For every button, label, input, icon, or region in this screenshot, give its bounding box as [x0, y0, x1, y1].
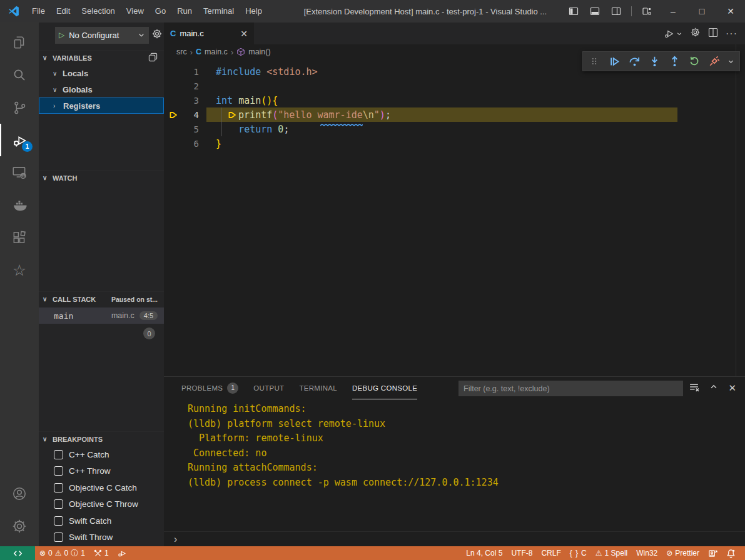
encoding-indicator[interactable]: UTF-8: [507, 546, 537, 560]
menu-view[interactable]: View: [121, 0, 150, 22]
variables-item-locals[interactable]: ∨Locals: [39, 65, 164, 81]
step-into-button[interactable]: [646, 52, 663, 70]
menu-edit[interactable]: Edit: [51, 0, 76, 22]
minimize-button[interactable]: –: [659, 0, 687, 22]
code-line-content[interactable]: }: [216, 138, 221, 149]
breakpoint-checkbox[interactable]: [54, 499, 63, 509]
close-panel-button[interactable]: ✕: [728, 382, 736, 394]
accounts-button[interactable]: [0, 478, 39, 510]
panel-tab-terminal[interactable]: TERMINAL: [299, 377, 337, 399]
maximize-button[interactable]: □: [687, 0, 716, 22]
code-line-content[interactable]: #include <stdio.h>: [216, 66, 318, 78]
menu-selection[interactable]: Selection: [76, 0, 120, 22]
debug-console-input[interactable]: ›: [164, 531, 745, 546]
breadcrumb-symbol[interactable]: main(): [248, 48, 270, 56]
sidebar-item-star[interactable]: ☆: [0, 254, 39, 286]
sidebar-item-remote-explorer[interactable]: [0, 156, 39, 189]
line-number[interactable]: 6: [183, 139, 199, 149]
breadcrumb-file[interactable]: main.c: [205, 48, 228, 56]
variables-item-globals[interactable]: ∨Globals: [39, 81, 164, 98]
tools-status[interactable]: 1: [89, 546, 113, 560]
toolbar-drag-handle[interactable]: [585, 52, 603, 70]
close-tab-icon[interactable]: ✕: [240, 29, 248, 39]
continue-button[interactable]: [606, 52, 623, 70]
manage-button[interactable]: [0, 510, 39, 542]
debug-toolbar-more[interactable]: [726, 52, 736, 70]
variables-section-header[interactable]: ∨ VARIABLES: [39, 50, 164, 65]
split-editor-button[interactable]: [708, 28, 718, 40]
menu-go[interactable]: Go: [150, 0, 171, 22]
overview-ruler[interactable]: [736, 44, 736, 376]
breakpoint-row[interactable]: Swift Throw: [39, 529, 164, 546]
os-indicator[interactable]: Win32: [632, 546, 662, 560]
debug-status[interactable]: [113, 546, 131, 560]
variables-item-registers[interactable]: ›Registers: [39, 98, 164, 114]
breakpoint-row[interactable]: C++ Catch: [39, 446, 164, 462]
panel-tab-problems[interactable]: PROBLEMS1: [181, 377, 238, 399]
watch-section-header[interactable]: ∨ WATCH: [39, 170, 164, 185]
menu-help[interactable]: Help: [240, 0, 268, 22]
call-stack-frame[interactable]: main main.c 4:5: [39, 308, 164, 324]
formatter-status[interactable]: ⊘ Prettier: [662, 546, 704, 560]
code-line-4[interactable]: 4 printf("hello wamr-ide\n");: [164, 108, 745, 122]
run-or-debug-button[interactable]: [664, 28, 682, 39]
line-number[interactable]: 1: [183, 67, 199, 77]
line-number[interactable]: 2: [183, 81, 199, 91]
sidebar-item-docker[interactable]: [0, 189, 39, 221]
console-filter-input[interactable]: [459, 381, 683, 396]
menu-run[interactable]: Run: [171, 0, 198, 22]
notifications-button[interactable]: [722, 546, 740, 560]
breakpoint-checkbox[interactable]: [54, 450, 63, 459]
close-button[interactable]: ✕: [716, 0, 745, 22]
menu-terminal[interactable]: Terminal: [198, 0, 240, 22]
sidebar-item-extensions[interactable]: [0, 221, 39, 254]
step-over-button[interactable]: [626, 52, 643, 70]
call-stack-section-header[interactable]: ∨ CALL STACK Paused on st...: [39, 291, 164, 306]
tab-main-c[interactable]: C main.c ✕: [164, 22, 254, 44]
menu-file[interactable]: File: [26, 0, 51, 22]
line-number[interactable]: 5: [183, 124, 199, 134]
feedback-button[interactable]: [704, 546, 722, 560]
sidebar-item-source-control[interactable]: [0, 91, 39, 124]
line-number[interactable]: 3: [183, 96, 199, 106]
line-number[interactable]: 4: [183, 110, 199, 120]
glyph-margin[interactable]: [164, 64, 183, 79]
code-line-5[interactable]: 5 return 0;: [164, 122, 745, 136]
breakpoint-checkbox[interactable]: [54, 483, 63, 492]
breakpoint-row[interactable]: Objective C Catch: [39, 479, 164, 496]
breakpoint-checkbox[interactable]: [54, 516, 63, 526]
language-mode[interactable]: { } C: [565, 546, 591, 560]
remote-indicator[interactable]: [0, 546, 35, 560]
breakpoint-row[interactable]: Objective C Throw: [39, 496, 164, 512]
toggle-panel-icon[interactable]: [585, 2, 604, 20]
breakpoint-row[interactable]: Swift Catch: [39, 512, 164, 529]
code-line-content[interactable]: printf("hello wamr-ide\n");: [216, 109, 391, 121]
sidebar-item-search[interactable]: [0, 59, 39, 91]
breadcrumb-src[interactable]: src: [176, 48, 187, 56]
spell-checker-status[interactable]: ⚠ 1 Spell: [591, 546, 632, 560]
breakpoint-row[interactable]: C++ Throw: [39, 463, 164, 479]
glyph-margin[interactable]: [164, 93, 183, 108]
breakpoint-checkbox[interactable]: [54, 466, 63, 476]
cursor-position[interactable]: Ln 4, Col 5: [462, 546, 507, 560]
maximize-panel-button[interactable]: [709, 382, 718, 394]
code-line-2[interactable]: 2: [164, 79, 745, 93]
glyph-margin[interactable]: [164, 122, 183, 136]
glyph-margin[interactable]: [164, 79, 183, 93]
code-line-3[interactable]: 3int main(){: [164, 93, 745, 108]
clear-console-button[interactable]: [689, 382, 699, 395]
code-line-content[interactable]: int main(){: [216, 95, 278, 106]
panel-tab-output[interactable]: OUTPUT: [253, 377, 284, 399]
breakpoints-section-header[interactable]: ∨ BREAKPOINTS: [39, 431, 164, 446]
problems-status[interactable]: ⊗0 ⚠0 ⓘ1: [35, 546, 89, 560]
restart-button[interactable]: [686, 52, 703, 70]
sidebar-item-explorer[interactable]: [0, 26, 39, 59]
code-editor[interactable]: 1#include <stdio.h>23int main(){4 printf…: [164, 59, 745, 151]
code-line-6[interactable]: 6}: [164, 136, 745, 151]
disconnect-button[interactable]: [706, 52, 723, 70]
start-debug-icon[interactable]: ▷: [59, 31, 64, 39]
glyph-margin[interactable]: [164, 136, 183, 151]
open-launch-config-button[interactable]: [151, 28, 163, 41]
more-actions-button[interactable]: ···: [726, 28, 737, 39]
eol-indicator[interactable]: CRLF: [537, 546, 565, 560]
